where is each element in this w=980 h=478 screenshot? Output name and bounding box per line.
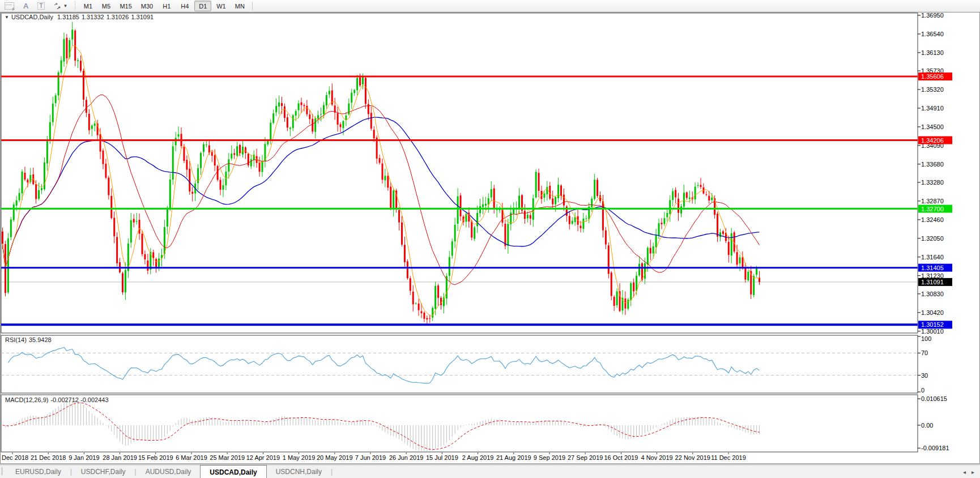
svg-text:27 Sep 2019: 27 Sep 2019 [568,454,603,461]
indicators-icon [54,3,62,10]
svg-text:9 Sep 2019: 9 Sep 2019 [534,454,565,461]
text-t-icon: T [37,2,44,10]
svg-text:1.36130: 1.36130 [921,49,944,56]
svg-text:1.35320: 1.35320 [921,86,944,93]
ohlc-high: 1.31332 [82,14,104,20]
tab-audusd-daily[interactable]: AUDUSD,Daily [137,465,201,478]
svg-text:1.33680: 1.33680 [921,161,944,168]
indicators-button[interactable]: ▼ [50,1,72,11]
svg-text:1.32700: 1.32700 [921,206,944,212]
svg-text:1.30010: 1.30010 [921,328,944,335]
svg-text:30: 30 [921,372,928,379]
text-label-tool-button[interactable]: T [33,1,48,11]
svg-text:11 Dec 2019: 11 Dec 2019 [711,454,746,461]
symbol-tabbar: EURUSD,Daily | USDCHF,Daily | AUDUSD,Dai… [0,464,980,478]
svg-text:1.35606: 1.35606 [921,73,944,80]
svg-text:12 Apr 2019: 12 Apr 2019 [246,454,280,461]
svg-text:0.00: 0.00 [921,422,933,429]
svg-text:-0.009181: -0.009181 [921,445,949,451]
ohlc-open: 1.31185 [57,14,79,20]
tabs-scroll-right-icon[interactable]: ▸ [972,469,974,475]
svg-text:28 Jan 2019: 28 Jan 2019 [103,454,137,461]
svg-text:22 Nov 2019: 22 Nov 2019 [675,454,710,461]
font-tool-button[interactable]: A [19,1,32,11]
rsi-label: RSI(14)35.9428 [5,336,54,343]
dropdown-caret-icon: ▼ [63,3,68,8]
svg-text:1 May 2019: 1 May 2019 [283,454,315,461]
chart-canvas[interactable]: 1.369501.365401.361301.357301.353201.349… [0,12,980,464]
timeframe-h1-button[interactable]: H1 [158,1,175,11]
svg-text:6 Mar 2019: 6 Mar 2019 [176,454,207,461]
svg-text:1.32050: 1.32050 [921,235,944,242]
svg-text:4 Nov 2019: 4 Nov 2019 [641,454,672,461]
svg-text:0: 0 [921,387,924,394]
chart-symbol: USDCAD,Daily [11,14,53,20]
svg-text:21 Dec 2018: 21 Dec 2018 [31,454,66,461]
svg-text:3 Dec 2018: 3 Dec 2018 [0,454,28,461]
ohlc-low: 1.31026 [106,14,129,20]
svg-text:1.30830: 1.30830 [921,291,944,297]
svg-text:1.30152: 1.30152 [921,321,944,328]
tab-eurusd-daily[interactable]: EURUSD,Daily [6,465,70,478]
ohlc-close: 1.31091 [131,14,154,20]
svg-text:70: 70 [921,349,928,356]
svg-text:1.34206: 1.34206 [921,137,944,144]
chart-header: ▼USDCAD,Daily 1.311851.313321.310261.310… [5,14,156,20]
svg-text:7 Jun 2019: 7 Jun 2019 [355,454,386,461]
svg-text:1.31405: 1.31405 [921,264,944,271]
svg-text:9 Jan 2019: 9 Jan 2019 [69,454,99,461]
svg-text:15 Jul 2019: 15 Jul 2019 [426,454,458,461]
grid-icon: F [5,2,14,10]
svg-text:1.36950: 1.36950 [921,12,944,19]
svg-text:20 May 2019: 20 May 2019 [317,454,353,461]
svg-text:1.34500: 1.34500 [921,123,944,130]
timeframe-d1-button[interactable]: D1 [194,1,211,11]
timeframe-h4-button[interactable]: H4 [176,1,193,11]
timeframe-m30-button[interactable]: M30 [137,1,157,11]
svg-text:25 Mar 2019: 25 Mar 2019 [210,454,245,461]
svg-text:1.33280: 1.33280 [921,179,944,186]
svg-text:1.32460: 1.32460 [921,216,944,223]
svg-text:1.36540: 1.36540 [921,31,944,37]
timeframe-m5-button[interactable]: M5 [97,1,114,11]
svg-text:26 Jun 2019: 26 Jun 2019 [389,454,424,461]
svg-text:21 Aug 2019: 21 Aug 2019 [496,454,531,461]
tabbar-left-divider [2,467,3,475]
timeframe-w1-button[interactable]: W1 [212,1,230,11]
svg-text:1.31640: 1.31640 [921,254,944,261]
timeframe-mn-button[interactable]: MN [231,1,249,11]
svg-text:1.34910: 1.34910 [921,105,944,112]
toolbar: F A T ▼ M1 M5 M15 M30 H1 H4 D1 W1 MN [0,0,980,12]
macd-label: MACD(12,26,9)-0.002712 -0.002443 [5,396,111,403]
svg-text:0.010615: 0.010615 [921,395,947,402]
tab-usdcad-daily[interactable]: USDCAD,Daily [200,465,266,478]
grid-period-button[interactable]: F [1,1,18,11]
tab-usdchf-daily[interactable]: USDCHF,Daily [72,465,135,478]
timeframe-m15-button[interactable]: M15 [116,1,135,11]
tab-usdcnh-daily[interactable]: USDCNH,Daily [267,465,331,478]
svg-text:1.31091: 1.31091 [921,279,944,285]
tabs-scroll-left-icon[interactable]: ◂ [963,469,966,475]
svg-text:16 Oct 2019: 16 Oct 2019 [604,454,638,461]
collapse-caret-icon[interactable]: ▼ [5,15,9,20]
svg-text:100: 100 [921,335,931,342]
svg-text:1.32870: 1.32870 [921,198,944,204]
chart-area[interactable]: 1.369501.365401.361301.357301.353201.349… [0,12,980,464]
timeframe-m1-button[interactable]: M1 [79,1,96,11]
svg-text:1.30420: 1.30420 [921,309,944,316]
svg-text:15 Feb 2019: 15 Feb 2019 [138,454,173,461]
mt4-window: F A T ▼ M1 M5 M15 M30 H1 H4 D1 W1 MN [0,0,980,478]
font-a-icon: A [23,2,28,10]
svg-text:2 Aug 2019: 2 Aug 2019 [462,454,494,461]
